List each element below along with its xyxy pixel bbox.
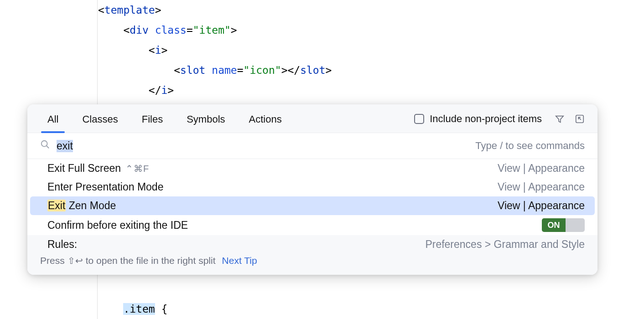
next-tip-link[interactable]: Next Tip bbox=[222, 255, 257, 266]
shortcut-label: ⌃⌘F bbox=[124, 163, 149, 174]
include-non-project-label: Include non-project items bbox=[430, 113, 542, 125]
result-row[interactable]: Exit Zen ModeView | Appearance bbox=[30, 196, 595, 215]
rules-row[interactable]: Rules: Preferences > Grammar and Style bbox=[47, 238, 585, 253]
tab-files[interactable]: Files bbox=[130, 111, 175, 133]
tab-all[interactable]: All bbox=[36, 111, 70, 133]
tab-symbols[interactable]: Symbols bbox=[175, 111, 237, 133]
result-path: View | Appearance bbox=[498, 181, 585, 193]
open-in-window-icon[interactable] bbox=[575, 114, 585, 124]
search-input[interactable] bbox=[57, 140, 469, 152]
code-line: <i> bbox=[98, 40, 644, 60]
popup-footer: Rules: Preferences > Grammar and Style P… bbox=[27, 235, 597, 275]
results-list: Exit Full Screen⌃⌘FView | AppearanceEnte… bbox=[27, 159, 597, 235]
code-line: <template> bbox=[98, 0, 644, 20]
result-row[interactable]: Enter Presentation ModeView | Appearance bbox=[27, 178, 597, 196]
tab-actions[interactable]: Actions bbox=[237, 111, 294, 133]
checkbox-icon[interactable] bbox=[414, 114, 424, 124]
popup-header: AllClassesFilesSymbolsActions Include no… bbox=[27, 104, 597, 133]
result-label: Confirm before exiting the IDE bbox=[47, 219, 188, 232]
filter-icon[interactable] bbox=[555, 114, 565, 124]
include-non-project-toggle[interactable]: Include non-project items bbox=[414, 113, 542, 130]
code-line: <slot name="icon"></slot> bbox=[98, 60, 644, 80]
rules-path: Preferences > Grammar and Style bbox=[425, 238, 585, 251]
tab-bar: AllClassesFilesSymbolsActions bbox=[36, 111, 294, 133]
footer-hint: Press ⇧↩ to open the file in the right s… bbox=[40, 253, 585, 272]
rules-label: Rules: bbox=[47, 238, 77, 251]
code-editor[interactable]: <template> <div class="item"> <i> <slot … bbox=[0, 0, 644, 100]
result-row[interactable]: Confirm before exiting the IDEON bbox=[27, 215, 597, 235]
result-path: View | Appearance bbox=[498, 162, 585, 175]
search-icon bbox=[40, 139, 50, 152]
hint-prefix: Press bbox=[40, 255, 65, 266]
toggle-switch[interactable]: ON bbox=[542, 218, 585, 232]
search-everywhere-popup: AllClassesFilesSymbolsActions Include no… bbox=[27, 104, 597, 275]
toggle-on-label: ON bbox=[542, 218, 566, 232]
hint-suffix: to open the file in the right split bbox=[86, 255, 216, 266]
result-label: Exit Full Screen⌃⌘F bbox=[47, 162, 149, 175]
result-row[interactable]: Exit Full Screen⌃⌘FView | Appearance bbox=[27, 159, 597, 178]
search-hint: Type / to see commands bbox=[475, 140, 585, 152]
result-label: Exit Zen Mode bbox=[47, 200, 116, 212]
code-after-popup[interactable]: .item { bbox=[98, 303, 167, 315]
result-label: Enter Presentation Mode bbox=[47, 181, 163, 193]
tab-classes[interactable]: Classes bbox=[70, 111, 130, 133]
code-line: </i> bbox=[98, 80, 644, 100]
code-line: <div class="item"> bbox=[98, 20, 644, 40]
svg-point-1 bbox=[42, 141, 47, 147]
search-row: Type / to see commands bbox=[27, 133, 597, 159]
result-path: View | Appearance bbox=[498, 200, 585, 212]
hint-key: ⇧↩ bbox=[68, 255, 83, 266]
result-path: ON bbox=[542, 218, 585, 232]
